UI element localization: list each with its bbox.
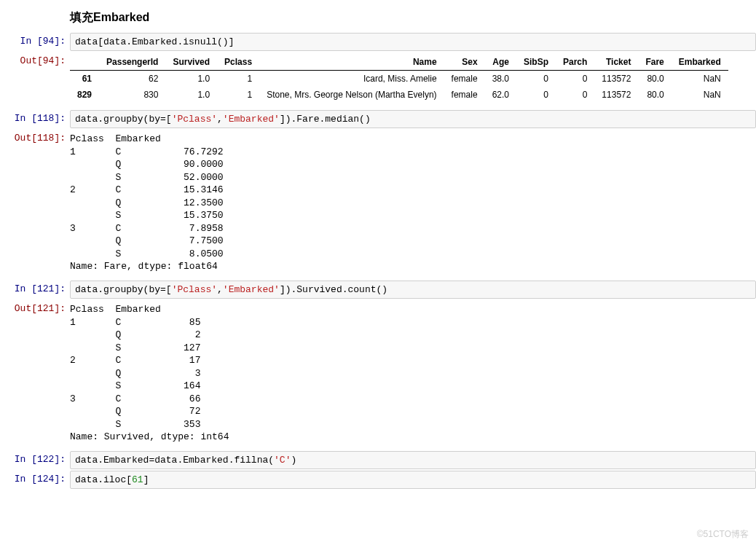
- td: 38.0: [485, 71, 516, 87]
- code-string: 'Pclass': [172, 284, 217, 295]
- output-text-118: Pclass Embarked 1 C 76.7292 Q 90.0000 S …: [70, 130, 756, 279]
- cell-94-input: In [94]: data[data.Embarked.isnull()]: [0, 33, 756, 51]
- prompt-in-118: In [118]:: [0, 110, 70, 127]
- code-token: ,: [217, 114, 223, 125]
- output-text-121: Pclass Embarked 1 C 85 Q 2 S 127 2 C 17 …: [70, 300, 756, 450]
- td: 0: [516, 71, 556, 87]
- prompt-out-94: Out[94]:: [0, 52, 70, 69]
- th: Pclass: [217, 54, 259, 71]
- code-token: data.Embarked=data.Embarked.fillna(: [75, 455, 274, 466]
- th: PassengerId: [99, 54, 165, 71]
- prompt-in-122: In [122]:: [0, 451, 70, 468]
- code-token: ,: [217, 284, 223, 295]
- cell-121-input: In [121]: data.groupby(by=['Pclass','Emb…: [0, 281, 756, 299]
- code-input-118[interactable]: data.groupby(by=['Pclass','Embarked']).F…: [70, 110, 756, 128]
- th: SibSp: [516, 54, 556, 71]
- th-idx: [70, 54, 99, 71]
- code-string: 'C': [274, 455, 291, 466]
- code-number: 61: [132, 474, 143, 485]
- code-token: data.iloc[: [75, 474, 132, 485]
- prompt-in-121: In [121]:: [0, 281, 70, 297]
- td: 1: [217, 87, 259, 103]
- td: 0: [516, 87, 556, 103]
- cell-118-input: In [118]: data.groupby(by=['Pclass','Emb…: [0, 110, 756, 128]
- td: Icard, Miss. Amelie: [259, 71, 444, 87]
- td: female: [444, 71, 485, 87]
- cell-118-output: Out[118]: Pclass Embarked 1 C 76.7292 Q …: [0, 130, 756, 279]
- prompt-out-121: Out[121]:: [0, 300, 70, 317]
- td: NaN: [672, 87, 728, 103]
- th: Embarked: [672, 54, 728, 71]
- code-input-122[interactable]: data.Embarked=data.Embarked.fillna('C'): [70, 451, 756, 469]
- th: Parch: [556, 54, 594, 71]
- td: female: [444, 87, 485, 103]
- td: 1.0: [165, 87, 217, 103]
- td: 62: [99, 71, 165, 87]
- th: Ticket: [594, 54, 638, 71]
- td: 80.0: [638, 71, 671, 87]
- td-idx: 61: [70, 71, 99, 87]
- td: 830: [99, 87, 165, 103]
- th: Sex: [444, 54, 485, 71]
- code-token: ): [291, 455, 296, 466]
- code-string: 'Pclass': [172, 114, 217, 125]
- td: 0: [556, 71, 594, 87]
- td: Stone, Mrs. George Nelson (Martha Evelyn…: [259, 87, 444, 103]
- td-idx: 829: [70, 87, 99, 103]
- th: Fare: [638, 54, 671, 71]
- td: 113572: [594, 71, 638, 87]
- td: 113572: [594, 87, 638, 103]
- table-row: 829 830 1.0 1 Stone, Mrs. George Nelson …: [70, 87, 728, 103]
- cell-121-output: Out[121]: Pclass Embarked 1 C 85 Q 2 S 1…: [0, 300, 756, 450]
- code-input-121[interactable]: data.groupby(by=['Pclass','Embarked']).S…: [70, 281, 756, 299]
- output-table-94: PassengerId Survived Pclass Name Sex Age…: [70, 54, 728, 103]
- code-input-124[interactable]: data.iloc[61]: [70, 471, 756, 489]
- section-heading: 填充Embarked: [70, 10, 756, 26]
- th: Name: [259, 54, 444, 71]
- cell-122-input: In [122]: data.Embarked=data.Embarked.fi…: [0, 451, 756, 469]
- td: 1: [217, 71, 259, 87]
- code-token: data.groupby(by=[: [75, 114, 172, 125]
- cell-94-output: Out[94]: PassengerId Survived Pclass Nam…: [0, 52, 756, 109]
- code-string: 'Embarked': [223, 114, 280, 125]
- td: 0: [556, 87, 594, 103]
- prompt-out-118: Out[118]:: [0, 130, 70, 146]
- code-token: data.groupby(by=[: [75, 284, 172, 295]
- th: Age: [485, 54, 516, 71]
- table-row: 61 62 1.0 1 Icard, Miss. Amelie female 3…: [70, 71, 728, 87]
- code-input-94[interactable]: data[data.Embarked.isnull()]: [70, 33, 756, 51]
- td: NaN: [672, 71, 728, 87]
- cell-124-input: In [124]: data.iloc[61]: [0, 471, 756, 489]
- th: Survived: [165, 54, 217, 71]
- code-token: ]: [143, 474, 149, 485]
- prompt-in-94: In [94]:: [0, 33, 70, 50]
- td: 80.0: [638, 87, 671, 103]
- td: 1.0: [165, 71, 217, 87]
- code-token: ]).Survived.count(): [280, 284, 387, 295]
- prompt-in-124: In [124]:: [0, 471, 70, 487]
- td: 62.0: [485, 87, 516, 103]
- code-string: 'Embarked': [223, 284, 280, 295]
- code-token: ]).Fare.median(): [280, 114, 371, 125]
